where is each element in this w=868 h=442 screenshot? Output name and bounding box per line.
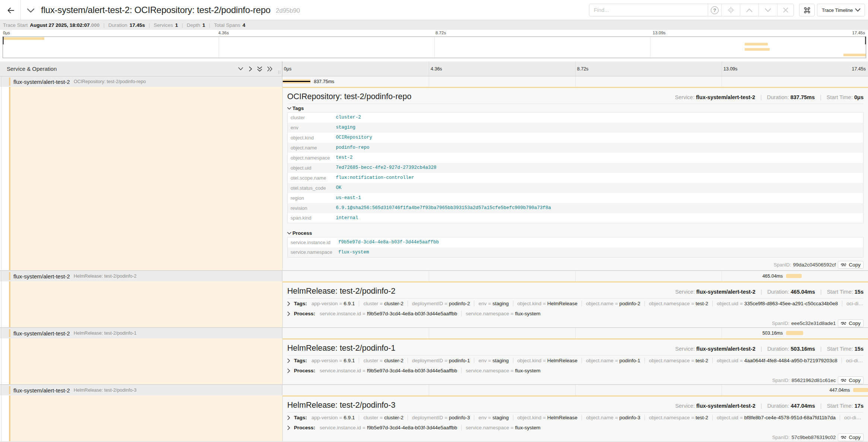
tags-summary-line[interactable]: Tags: app-version = 6.9.1 cluster = clus… [287,356,864,366]
view-type-dropdown[interactable]: Trace Timeline [817,4,865,16]
meta-separator: | [761,403,762,409]
kv-value: flux:notification-controller [333,173,864,183]
services-value: 1 [175,22,178,28]
span-row[interactable]: flux-system/alert-test-2 HelmRelease: te… [0,385,868,395]
detail-header: OCIRepository: test-2/podinfo-repo Servi… [287,92,864,104]
summary-item: env = staging [470,358,509,363]
detail-meta: Service: flux-system/alert-test-2 | Dura… [675,94,864,100]
timeline-gridline [429,328,429,338]
summary-item: app-version = 6.9.1 [311,415,355,420]
process-summary-line[interactable]: Process: service.instance.id = f9b5e97d-… [287,366,864,376]
copy-span-id-button[interactable]: Copy [838,433,864,441]
span-id-label: SpanID: [772,321,789,326]
summary-equals: = [615,415,618,420]
copy-span-id-button[interactable]: Copy [838,319,864,327]
ruler-tick: 13.09s [653,31,666,35]
kv-table-row: service.instance.id f9b5e97d-3cd4-4e8a-b… [288,237,864,247]
span-time-cell[interactable]: 465.04ms [282,271,868,281]
span-time-cell[interactable]: 837.75ms [282,76,868,87]
summary-value: 6.9.1 [343,358,355,363]
kv-table-row: object.namespace test-2 [288,153,864,163]
span-bar[interactable] [786,274,802,278]
link-icon [841,321,846,326]
detail-left-accent-cell[interactable] [0,338,282,384]
span-name-cell[interactable]: flux-system/alert-test-2 HelmRelease: te… [0,271,282,281]
summary-separator [474,358,474,363]
stats-separator: | [149,22,150,28]
search-help-button[interactable]: ? [708,4,721,16]
search-input[interactable] [589,4,708,16]
span-name-cell[interactable]: flux-system/alert-test-2 HelmRelease: te… [0,385,282,395]
summary-equals: = [691,301,694,306]
span-name-cell[interactable]: flux-system/alert-test-2 HelmRelease: te… [0,328,282,338]
double-chevron-down-icon [257,66,262,72]
span-row[interactable]: flux-system/alert-test-2 OCIRepository: … [0,76,868,87]
trace-minimap[interactable] [3,37,866,58]
kv-table-row: object.uid 7ed72685-becc-4fe2-927d-27392… [288,163,864,173]
keyboard-shortcuts-button[interactable] [799,4,815,16]
start-time-value: 17s [855,403,864,409]
collapse-all-button[interactable] [257,66,263,72]
tags-accordion-toggle[interactable]: Tags [287,105,864,111]
kv-table-row: revision 6.9.1@sha256:565d310746f1fa4be7… [288,203,864,213]
summary-key: object.namespace [649,358,690,363]
span-time-cell[interactable]: 503.16ms [282,328,868,338]
summary-separator [359,301,359,306]
kv-key: region [288,193,333,203]
detail-left-accent-cell[interactable] [0,281,282,327]
stats-separator: | [103,22,105,28]
span-row[interactable]: flux-system/alert-test-2 HelmRelease: te… [0,328,868,338]
span-bar[interactable] [786,331,803,335]
chevron-right-icon [287,369,294,373]
span-name-cell[interactable]: flux-system/alert-test-2 OCIRepository: … [0,76,282,87]
summary-item: object.uid = 4aa0644f-4fe8-4484-a950-b72… [708,358,837,363]
span-detail-row: HelmRelease: test-2/podinfo-3 Service: f… [0,395,868,442]
kv-value: podinfo-repo [333,143,864,153]
span-time-cell[interactable]: 447.04ms [282,385,868,395]
column-divider[interactable] [282,61,282,76]
process-summary-line[interactable]: Process: service.instance.id = f9b5e97d-… [287,309,864,319]
span-row[interactable]: flux-system/alert-test-2 HelmRelease: te… [0,271,868,281]
focus-match-button[interactable] [721,4,740,16]
copy-button-label: Copy [849,262,861,268]
summary-value: HelmRelease [547,358,577,363]
clear-search-button[interactable] [777,4,793,16]
summary-item: app-version = 6.9.1 [311,301,355,306]
copy-span-id-button[interactable]: Copy [838,376,864,384]
process-accordion-toggle[interactable]: Process [287,230,864,236]
chevron-down-icon [287,232,292,235]
span-bar[interactable] [283,79,311,83]
minimap-gridline [650,37,650,58]
tags-summary-line[interactable]: Tags: app-version = 6.9.1 cluster = clus… [287,413,864,423]
tags-summary-line[interactable]: Tags: app-version = 6.9.1 cluster = clus… [287,299,864,309]
minimap-scrubber-left[interactable] [3,37,4,44]
expand-one-button[interactable] [248,66,254,72]
prev-match-button[interactable] [740,4,758,16]
summary-value: podinfo-3 [449,415,470,420]
next-match-button[interactable] [758,4,777,16]
minimap-gridline [219,37,219,58]
copy-button-label: Copy [849,378,861,383]
minimap-scrubber-right[interactable] [865,37,866,44]
expand-all-button[interactable] [267,66,273,72]
summary-value: HelmRelease [547,301,577,306]
minimap-span-bar [745,43,768,45]
span-bar[interactable] [853,388,868,392]
back-button[interactable] [6,6,16,15]
detail-left-accent-cell[interactable] [0,395,282,441]
topbar-divider [20,0,21,20]
summary-separator [842,301,842,306]
collapse-one-button[interactable] [238,66,244,72]
column-resize-grip[interactable] [278,70,280,74]
meta-separator: | [820,346,822,352]
summary-key: object.uid [717,301,738,306]
start-time-label: Start Time: [827,289,853,295]
process-summary-line[interactable]: Process: service.instance.id = f9b5e97d-… [287,423,864,433]
summary-value: 4aa0644f-4fe8-4484-a950-b721979203c8 [744,358,837,363]
copy-span-id-button[interactable]: Copy [838,261,864,269]
summary-key: cluster [363,301,378,306]
title-collapse-toggle[interactable] [26,7,35,14]
summary-key: oci-di… [846,358,863,363]
detail-left-accent-cell[interactable] [0,87,282,270]
span-id-label: SpanID: [772,378,790,383]
